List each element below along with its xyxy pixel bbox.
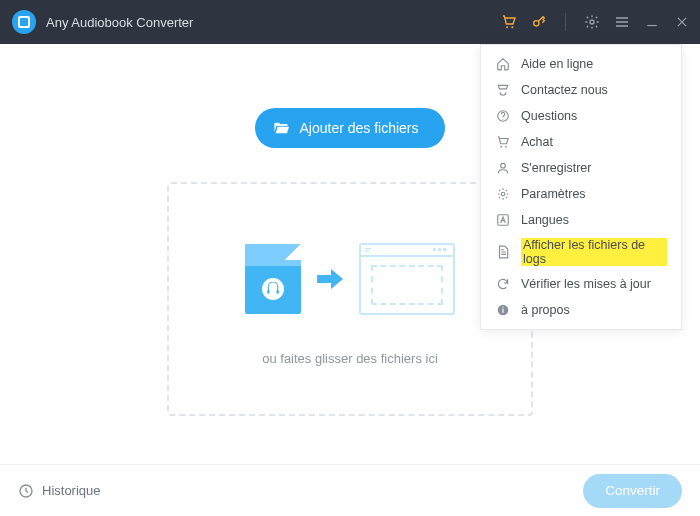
svg-point-16	[501, 192, 505, 196]
menu-label: S'enregistrer	[521, 161, 591, 175]
history-link[interactable]: Historique	[18, 483, 101, 499]
svg-rect-10	[443, 248, 446, 251]
svg-point-20	[502, 306, 503, 307]
svg-rect-19	[502, 309, 503, 313]
minimize-icon[interactable]	[644, 14, 660, 30]
menu-item-questions[interactable]: Questions	[481, 103, 681, 129]
clock-icon	[18, 483, 34, 499]
menu-label: Contactez nous	[521, 83, 608, 97]
menu-item-register[interactable]: S'enregistrer	[481, 155, 681, 181]
cart-small-icon	[495, 134, 511, 150]
add-files-button[interactable]: Ajouter des fichiers	[255, 108, 444, 148]
history-label: Historique	[42, 483, 101, 498]
convert-button[interactable]: Convertir	[583, 474, 682, 508]
menu-item-logs[interactable]: Afficher les fichiers de logs	[481, 233, 681, 271]
drop-zone[interactable]: ou faites glisser des fichiers ici	[167, 182, 533, 416]
menu-item-about[interactable]: à propos	[481, 297, 681, 323]
menu-item-help[interactable]: Aide en ligne	[481, 51, 681, 77]
svg-rect-6	[365, 248, 371, 250]
folder-open-icon	[273, 120, 289, 136]
cart-icon[interactable]	[501, 14, 517, 30]
user-icon	[495, 160, 511, 176]
svg-point-0	[506, 26, 508, 28]
separator	[565, 13, 566, 31]
menu-item-settings[interactable]: Paramètres	[481, 181, 681, 207]
svg-point-15	[501, 163, 506, 168]
question-icon	[495, 108, 511, 124]
svg-rect-9	[438, 248, 441, 251]
titlebar: Any Audiobook Converter	[0, 0, 700, 44]
menu-label: Achat	[521, 135, 553, 149]
menu-item-purchase[interactable]: Achat	[481, 129, 681, 155]
svg-point-12	[502, 119, 503, 120]
svg-point-2	[534, 21, 539, 26]
info-icon	[495, 302, 511, 318]
menu-label: à propos	[521, 303, 570, 317]
svg-rect-4	[267, 290, 269, 294]
close-icon[interactable]	[674, 14, 690, 30]
refresh-icon	[495, 276, 511, 292]
drop-zone-illustration	[245, 243, 455, 315]
svg-point-3	[590, 20, 594, 24]
menu-label: Afficher les fichiers de logs	[521, 238, 667, 266]
file-icon	[495, 244, 511, 260]
hamburger-icon[interactable]	[614, 14, 630, 30]
menu-label: Langues	[521, 213, 569, 227]
arrow-right-icon	[317, 267, 343, 291]
phone-icon	[495, 82, 511, 98]
svg-point-1	[511, 26, 513, 28]
key-icon[interactable]	[531, 14, 547, 30]
drop-zone-hint: ou faites glisser des fichiers ici	[262, 351, 438, 366]
menu-item-contact[interactable]: Contactez nous	[481, 77, 681, 103]
menu-label: Questions	[521, 109, 577, 123]
home-icon	[495, 56, 511, 72]
audiobook-file-icon	[245, 244, 301, 314]
window-icon	[359, 243, 455, 315]
footer: Historique Convertir	[0, 464, 700, 516]
svg-point-14	[505, 146, 507, 148]
language-icon	[495, 212, 511, 228]
hamburger-menu: Aide en ligne Contactez nous Questions A…	[480, 44, 682, 330]
menu-item-languages[interactable]: Langues	[481, 207, 681, 233]
menu-item-updates[interactable]: Vérifier les mises à jour	[481, 271, 681, 297]
svg-rect-8	[433, 248, 436, 251]
menu-label: Aide en ligne	[521, 57, 593, 71]
svg-rect-7	[365, 250, 369, 252]
app-logo-icon	[12, 10, 36, 34]
app-title: Any Audiobook Converter	[46, 15, 193, 30]
svg-point-13	[500, 146, 502, 148]
add-files-label: Ajouter des fichiers	[299, 120, 418, 136]
svg-rect-5	[277, 290, 279, 294]
menu-label: Paramètres	[521, 187, 586, 201]
gear-small-icon	[495, 186, 511, 202]
menu-label: Vérifier les mises à jour	[521, 277, 651, 291]
gear-icon[interactable]	[584, 14, 600, 30]
